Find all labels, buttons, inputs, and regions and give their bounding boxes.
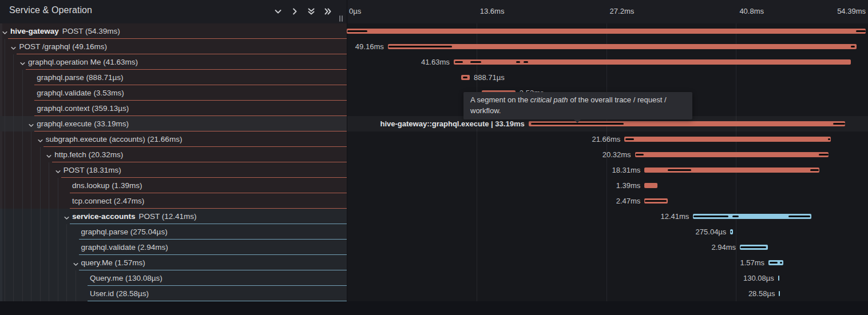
- span-name-label[interactable]: graphql.context (359.13µs): [37, 101, 129, 116]
- span-name-label[interactable]: Query.me (130.08µs): [90, 270, 162, 286]
- chevron-down-icon[interactable]: [28, 121, 34, 127]
- critical-path-segment: [470, 61, 481, 63]
- span-duration-label: 28.58µs: [748, 286, 775, 301]
- span-name-label[interactable]: graphql.validate (3.53ms): [37, 85, 124, 101]
- tree-indent-guide: [49, 162, 49, 301]
- span-row[interactable]: [0, 162, 347, 178]
- span-name-label[interactable]: POST /graphql (49.16ms): [19, 39, 107, 54]
- tree-indent-guide: [40, 147, 41, 301]
- span-bar[interactable]: [624, 137, 831, 142]
- span-row[interactable]: [0, 178, 347, 193]
- span-name-label[interactable]: User.id (28.58µs): [90, 286, 149, 301]
- critical-path-tooltip: A segment on the critical path of the ov…: [463, 92, 692, 119]
- trace-timeline-panel: Service & Operation hive-gatewayPOST (54…: [0, 0, 868, 315]
- critical-path-segment: [770, 262, 778, 264]
- span-bar[interactable]: [644, 183, 657, 188]
- critical-path-segment: [389, 46, 452, 47]
- critical-path-segment: [347, 30, 367, 32]
- time-axis-tick: 54.39ms: [837, 7, 866, 15]
- span-name-label[interactable]: subgraph.execute (accounts) (21.66ms): [46, 131, 183, 147]
- tree-indent-guide: [76, 270, 76, 301]
- span-name-label[interactable]: graphql.parse (275.04µs): [81, 224, 168, 240]
- critical-path-segment: [856, 30, 866, 32]
- critical-path-segment: [819, 154, 828, 155]
- span-bar[interactable]: [388, 44, 857, 49]
- time-axis-tick: 0µs: [349, 7, 361, 15]
- chevron-down-icon[interactable]: [73, 260, 79, 266]
- span-duration-label: 18.31ms: [612, 162, 640, 178]
- critical-path-segment: [625, 138, 633, 140]
- span-row[interactable]: [0, 270, 347, 286]
- critical-path-segment: [463, 77, 467, 78]
- span-duration-label: 888.71µs: [474, 70, 505, 85]
- span-name-label[interactable]: graphql.parse (888.71µs): [37, 70, 123, 85]
- time-gridline: [477, 23, 477, 301]
- critical-path-segment: [668, 169, 691, 171]
- tree-indent-guide: [13, 54, 14, 301]
- span-bar[interactable]: [454, 59, 851, 65]
- span-bar[interactable]: [347, 29, 866, 34]
- time-gridline: [736, 23, 736, 301]
- service-name: hive-gateway: [10, 27, 59, 35]
- chevron-down-icon[interactable]: [55, 167, 61, 173]
- tree-indent-guide: [66, 224, 67, 301]
- chevron-down-icon[interactable]: [2, 28, 8, 34]
- span-name-label[interactable]: http.fetch (20.32ms): [54, 147, 123, 162]
- time-gridline: [607, 23, 607, 301]
- span-duration-label: 2.47ms: [616, 193, 641, 209]
- span-row[interactable]: [0, 255, 347, 270]
- chevron-down-icon[interactable]: [37, 136, 43, 142]
- span-name-label[interactable]: dns.lookup (1.39ms): [72, 178, 142, 193]
- span-name-label[interactable]: graphql.validate (2.94ms): [81, 240, 168, 255]
- time-axis-tick: 27.2ms: [610, 7, 635, 15]
- span-bar[interactable]: [779, 291, 780, 296]
- critical-path-segment: [788, 216, 810, 217]
- span-duration-label: 1.57ms: [740, 255, 764, 270]
- critical-path-segment: [732, 216, 739, 217]
- tree-indent-guide: [58, 178, 58, 301]
- tooltip-text-italic: critical path: [530, 95, 568, 104]
- critical-path-segment: [645, 200, 667, 202]
- span-row[interactable]: [0, 240, 347, 255]
- span-bar[interactable]: [778, 276, 779, 281]
- span-row[interactable]: [0, 193, 347, 209]
- span-duration-label: 275.04µs: [696, 224, 727, 240]
- critical-path-segment: [851, 46, 855, 47]
- span-name-label[interactable]: POST (18.31ms): [64, 162, 121, 178]
- critical-path-segment: [693, 216, 728, 217]
- service-name: service-accounts: [72, 212, 135, 221]
- tooltip-text-before: A segment on the: [470, 95, 530, 104]
- span-name-label[interactable]: hive-gatewayPOST (54.39ms): [10, 23, 120, 39]
- span-bar[interactable]: [635, 152, 829, 157]
- span-duration-label: 2.94ms: [711, 240, 736, 255]
- time-axis-tick: 40.8ms: [739, 7, 764, 15]
- span-duration-label: 12.41ms: [660, 209, 689, 224]
- chevron-down-icon[interactable]: [46, 151, 52, 158]
- span-row[interactable]: [0, 224, 347, 240]
- span-row[interactable]: [0, 286, 347, 301]
- span-duration-label: 49.16ms: [355, 39, 384, 54]
- tree-indent-guide: [22, 70, 23, 301]
- tooltip-arrow: [574, 119, 581, 123]
- span-name-label[interactable]: service-accountsPOST (12.41ms): [72, 209, 196, 224]
- span-duration-label: 41.63ms: [421, 54, 450, 70]
- critical-path-segment: [828, 138, 830, 140]
- tree-indent-guide: [5, 39, 5, 301]
- critical-path-segment: [740, 246, 766, 248]
- tree-indent-guide: [31, 131, 31, 301]
- critical-path-segment: [455, 61, 463, 63]
- span-name-label[interactable]: graphql.operation Me (41.63ms): [28, 54, 138, 70]
- span-name-label[interactable]: graphql.execute (33.19ms): [37, 116, 129, 131]
- critical-path-segment: [810, 169, 819, 171]
- chevron-down-icon[interactable]: [64, 213, 70, 220]
- span-name-label[interactable]: tcp.connect (2.47ms): [72, 193, 144, 209]
- time-axis-tick: 13.6ms: [480, 7, 505, 15]
- critical-path-segment: [516, 61, 520, 63]
- span-name-label[interactable]: query.Me (1.57ms): [81, 255, 145, 270]
- critical-path-segment: [636, 154, 644, 155]
- chevron-down-icon[interactable]: [10, 43, 17, 50]
- span-duration-label: 1.39ms: [616, 178, 641, 193]
- span-duration-label: 130.08µs: [743, 270, 774, 286]
- chevron-down-icon[interactable]: [19, 59, 26, 65]
- span-duration-label: 20.32ms: [603, 147, 631, 162]
